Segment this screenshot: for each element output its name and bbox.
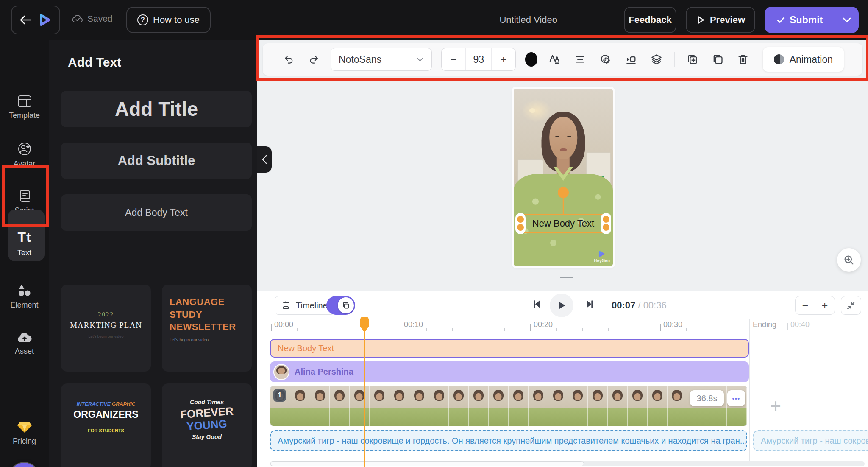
sidebar-item-template[interactable]: Template [0,95,49,120]
timeline-scrollbar-thumb[interactable] [270,461,584,466]
redo-button[interactable] [306,52,321,67]
add-title-button[interactable]: Add Title [61,91,252,127]
timeline-zoom-control: − + [795,296,835,315]
cloud-saved-icon [72,14,83,23]
clip-menu-button[interactable]: ••• [727,390,745,406]
avatar-icon [17,142,32,156]
video-title: Untitled Video [499,14,557,25]
back-arrow-icon [19,15,32,25]
element-icon [17,284,32,297]
script-icon [17,189,32,203]
feedback-button[interactable]: Feedback [624,7,676,33]
text-template-organizers[interactable]: INTERACTIVE GRAPHIC ORGANIZERS - FOR STU… [61,383,151,467]
avatar-thumbnail [273,364,289,380]
timeline-icon [282,301,292,310]
submit-dropdown-button[interactable] [835,17,859,23]
chevron-down-icon [416,57,424,62]
font-size-increase-button[interactable]: + [492,48,515,70]
add-scene-button[interactable]: + [757,393,795,419]
add-subtitle-button[interactable]: Add Subtitle [61,143,252,179]
resize-handle-right[interactable] [601,213,611,234]
delete-button[interactable] [735,52,751,67]
next-frame-button[interactable] [584,299,595,310]
font-size-stepper: − 93 + [441,48,516,71]
total-time: 00:36 [643,300,667,310]
previous-frame-button[interactable] [532,299,543,310]
chat-support-button[interactable] [9,462,39,467]
layers-button[interactable] [648,52,665,67]
play-button[interactable] [550,294,573,317]
watermark-logo-icon [598,250,606,257]
left-sidebar: Template Avatar Script Tt Text Element A… [0,40,49,467]
timeline-scrollbar [270,461,865,466]
collapse-timeline-button[interactable] [841,296,861,315]
watermark: HeyGen [594,250,610,263]
template-icon [17,95,32,108]
sidebar-item-pricing[interactable]: Pricing [0,421,49,446]
opacity-button[interactable] [598,52,614,67]
canvas-text-element[interactable]: New Body Text [514,218,613,229]
add-text-panel: Add Text Add Title Add Subtitle Add Body… [49,40,257,467]
saved-label: Saved [87,14,113,24]
ending-divider [749,319,750,461]
sidebar-item-asset[interactable]: Asset [0,332,49,356]
timeline-zoom-in-button[interactable]: + [815,296,835,314]
sidebar-item-avatar[interactable]: Avatar [0,142,49,168]
duplicate-button[interactable] [684,52,700,67]
submit-button-group: Submit [765,7,859,33]
presenter-face [549,117,577,159]
how-to-use-button[interactable]: ? How to use [126,7,211,33]
after-ending-time: 00:40 [790,320,810,329]
timeline-video-track[interactable] [270,386,747,426]
text-align-button[interactable] [572,52,588,67]
position-button[interactable] [623,52,639,67]
text-toolbar: NotoSans − 93 + [263,43,862,76]
top-bar: Saved ? How to use Untitled Video Feedba… [0,0,868,40]
zoom-in-canvas-button[interactable] [837,248,861,272]
saved-status: Saved [72,14,113,24]
panel-collapse-button[interactable] [257,146,272,173]
ending-label: Ending [753,320,776,329]
magnifier-plus-icon [843,254,855,266]
timeline-avatar-track[interactable]: Alina Pershina [270,361,749,382]
text-color-swatch[interactable] [525,52,537,67]
font-size-decrease-button[interactable]: − [442,48,465,70]
text-template-forever-young[interactable]: Cood Times FOREVER YOUNG Stay Good [162,383,252,467]
rotate-handle[interactable] [558,187,569,198]
preview-resize-handle[interactable] [560,277,573,280]
text-template-language-study[interactable]: LANGUAGE STUDY NEWSLETTER Let's begin ou… [162,285,252,372]
font-family-select[interactable]: NotoSans [331,48,432,71]
timeline-text-track[interactable]: New Body Text [270,339,749,358]
sidebar-item-element[interactable]: Element [0,284,49,310]
gem-icon [17,421,32,433]
timeline-button[interactable]: Timeline [275,296,335,315]
multitrack-toggle[interactable] [326,296,355,315]
preview-button[interactable]: Preview [686,7,755,33]
text-template-marketing-plan[interactable]: 2022 MARKTING PLAN Let's begin our video [61,285,151,372]
chevron-left-icon [262,155,267,164]
how-to-use-label: How to use [153,14,200,25]
sidebar-item-text[interactable]: Tt Text [0,229,49,257]
submit-button[interactable]: Submit [765,14,835,26]
editor-canvas: NotoSans − 93 + [257,40,868,291]
overlap-icon [342,301,350,310]
resize-handle-left[interactable] [515,213,526,234]
app-logo-icon [37,12,52,28]
timeline-zoom-out-button[interactable]: − [796,296,815,314]
video-preview[interactable]: New Body Text HeyGen [514,89,613,266]
text-element-selection[interactable]: New Body Text [514,214,613,233]
timeline-subtitle-track[interactable]: Амурский тигр - наш сокровище и гордость… [270,430,747,451]
undo-button[interactable] [281,52,297,67]
play-outline-icon [696,15,705,25]
clip-duration-badge[interactable]: 36.8s [690,390,724,406]
copy-button[interactable] [709,52,726,67]
timeline-subtitle-track-next[interactable]: Амурский тигр - наш сокров [753,430,868,451]
add-body-text-button[interactable]: Add Body Text [61,194,252,231]
asset-upload-icon [17,332,32,344]
timeline-ruler[interactable]: 00:0000:1000:2000:30 [270,319,749,333]
text-icon: Tt [17,229,31,245]
font-size-value: 93 [465,48,492,70]
text-style-button[interactable] [547,52,563,67]
animation-button[interactable]: Animation [763,47,844,72]
back-button[interactable] [11,6,60,34]
